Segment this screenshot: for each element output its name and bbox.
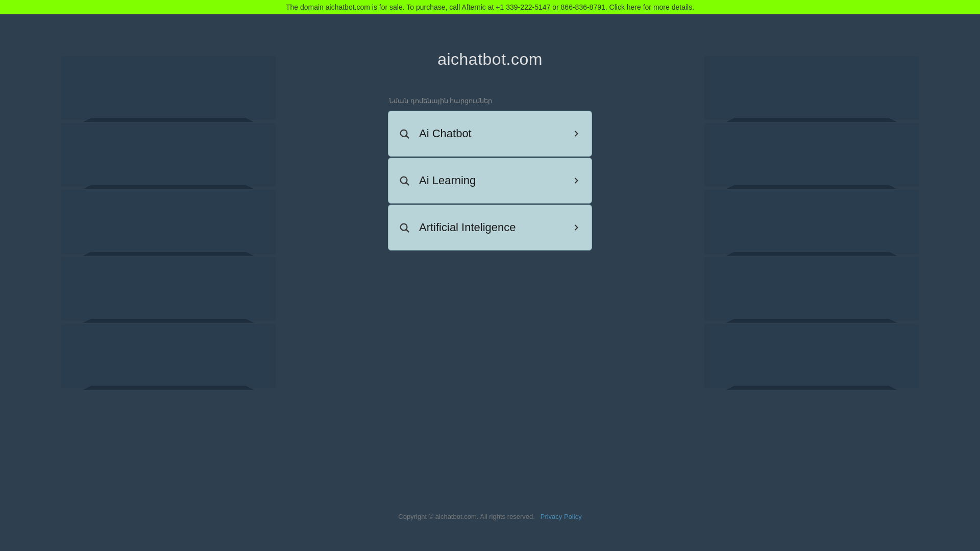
main-content: aichatbot.com Նման դոմենային հարցումներ … xyxy=(388,14,592,251)
search-item-learning[interactable]: Ai Learning xyxy=(388,158,592,204)
chevron-right-icon-learning xyxy=(571,176,581,186)
footer: Copyright © aichatbot.com. All rights re… xyxy=(398,513,581,520)
strip xyxy=(704,190,919,254)
right-strips xyxy=(704,56,919,388)
search-list: Ai Chatbot Ai Learning xyxy=(388,111,592,251)
svg-point-4 xyxy=(401,224,407,231)
strip xyxy=(61,324,276,388)
site-title: aichatbot.com xyxy=(437,50,543,69)
svg-point-0 xyxy=(401,130,407,137)
search-icon-intelligence xyxy=(399,222,410,233)
search-item-intelligence[interactable]: Artificial Inteligence xyxy=(388,205,592,251)
search-icon-chatbot xyxy=(399,128,410,139)
svg-line-5 xyxy=(406,230,409,232)
svg-point-2 xyxy=(401,177,407,184)
strip xyxy=(61,123,276,187)
top-banner[interactable]: The domain aichatbot.com is for sale. To… xyxy=(0,0,980,14)
privacy-policy-link[interactable]: Privacy Policy xyxy=(541,513,582,520)
section-label: Նման դոմենային հարցումներ xyxy=(389,97,492,105)
strip xyxy=(704,123,919,187)
strip xyxy=(704,257,919,321)
copyright-text: Copyright © aichatbot.com. All rights re… xyxy=(398,513,535,520)
search-item-intelligence-label: Artificial Inteligence xyxy=(419,221,571,234)
search-item-chatbot[interactable]: Ai Chatbot xyxy=(388,111,592,157)
strip xyxy=(61,190,276,254)
search-icon-learning xyxy=(399,175,410,186)
chevron-right-icon-intelligence xyxy=(571,222,581,233)
chevron-right-icon-chatbot xyxy=(571,129,581,139)
svg-line-1 xyxy=(406,136,409,138)
left-strips xyxy=(61,56,276,388)
svg-line-3 xyxy=(406,183,409,185)
strip xyxy=(61,56,276,120)
strip xyxy=(704,324,919,388)
search-item-chatbot-label: Ai Chatbot xyxy=(419,127,571,140)
search-item-learning-label: Ai Learning xyxy=(419,174,571,187)
strip xyxy=(61,257,276,321)
strip xyxy=(704,56,919,120)
